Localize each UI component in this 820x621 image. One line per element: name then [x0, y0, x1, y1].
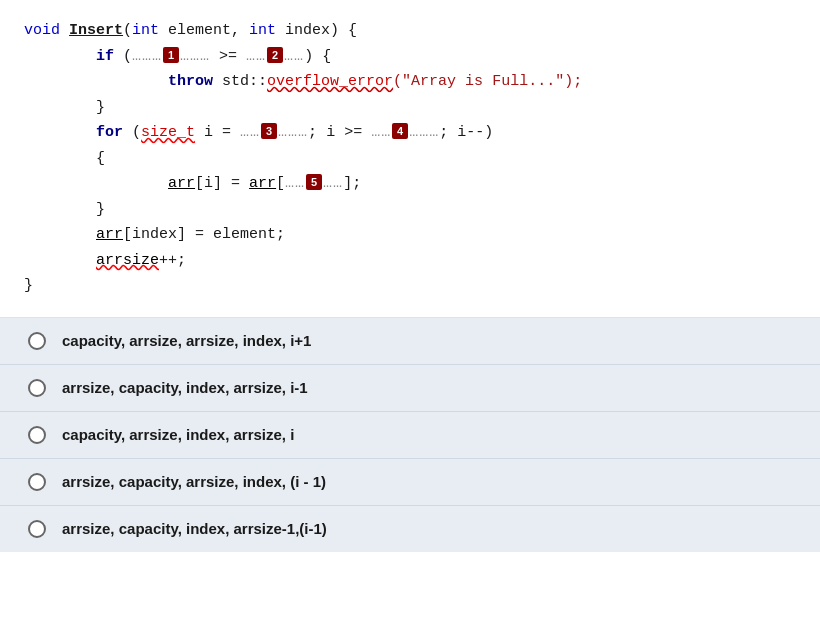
- badge-5: 5: [306, 174, 322, 190]
- function-name: Insert: [69, 18, 123, 44]
- option-2[interactable]: arrsize, capacity, index, arrsize, i-1: [0, 365, 820, 412]
- badge-3: 3: [261, 123, 277, 139]
- radio-4[interactable]: [28, 473, 46, 491]
- keyword-int-2: int: [249, 18, 276, 44]
- code-line-5: for ( size_t i = …… 3 ……… ; i >= …… 4 ………: [24, 120, 796, 146]
- code-line-3: throw std:: overflow_error ("Array is Fu…: [24, 69, 796, 95]
- keyword-int-1: int: [132, 18, 159, 44]
- type-size-t: size_t: [141, 120, 195, 146]
- radio-5[interactable]: [28, 520, 46, 538]
- option-5[interactable]: arrsize, capacity, index, arrsize-1,(i-1…: [0, 506, 820, 552]
- badge-4: 4: [392, 123, 408, 139]
- option-4-text: arrsize, capacity, arrsize, index, (i - …: [62, 473, 326, 490]
- string-literal: ("Array is Full...");: [393, 69, 582, 95]
- namespace-std: std::: [222, 69, 267, 95]
- keyword-void: void: [24, 18, 60, 44]
- option-3[interactable]: capacity, arrsize, index, arrsize, i: [0, 412, 820, 459]
- option-1[interactable]: capacity, arrsize, arrsize, index, i+1: [0, 318, 820, 365]
- code-line-4: }: [24, 95, 796, 121]
- options-section: capacity, arrsize, arrsize, index, i+1 a…: [0, 318, 820, 552]
- code-line-7: arr [i] = arr [ …… 5 …… ];: [24, 171, 796, 197]
- keyword-for: for: [96, 120, 123, 146]
- option-1-text: capacity, arrsize, arrsize, index, i+1: [62, 332, 311, 349]
- option-2-text: arrsize, capacity, index, arrsize, i-1: [62, 379, 308, 396]
- arr-underline-2: arr: [249, 171, 276, 197]
- arr-underline-3: arr: [96, 222, 123, 248]
- radio-2[interactable]: [28, 379, 46, 397]
- badge-2: 2: [267, 47, 283, 63]
- arr-underline-1: arr: [168, 171, 195, 197]
- overflow-error-func: overflow_error: [267, 69, 393, 95]
- code-block: void Insert ( int element, int index) { …: [0, 0, 820, 318]
- code-line-8: }: [24, 197, 796, 223]
- code-line-6: {: [24, 146, 796, 172]
- option-3-text: capacity, arrsize, index, arrsize, i: [62, 426, 294, 443]
- badge-1: 1: [163, 47, 179, 63]
- keyword-throw: throw: [168, 69, 213, 95]
- radio-1[interactable]: [28, 332, 46, 350]
- arrsize-underline: arrsize: [96, 248, 159, 274]
- option-4[interactable]: arrsize, capacity, arrsize, index, (i - …: [0, 459, 820, 506]
- radio-3[interactable]: [28, 426, 46, 444]
- code-line-11: }: [24, 273, 796, 299]
- code-line-1: void Insert ( int element, int index) {: [24, 18, 796, 44]
- option-5-text: arrsize, capacity, index, arrsize-1,(i-1…: [62, 520, 327, 537]
- code-line-9: arr [index] = element;: [24, 222, 796, 248]
- code-line-2: if ( ……… 1 ……… >= …… 2 …… ) {: [24, 44, 796, 70]
- code-line-10: arrsize ++;: [24, 248, 796, 274]
- keyword-if: if: [96, 44, 114, 70]
